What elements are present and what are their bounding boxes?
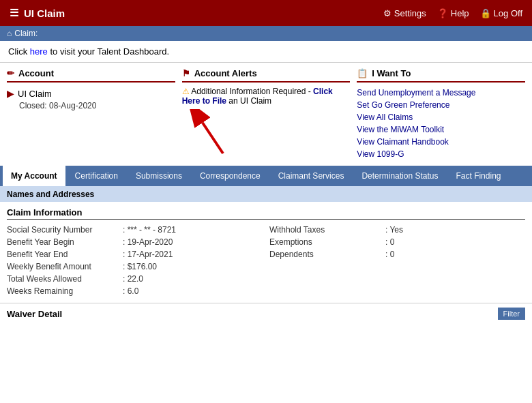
tab-determination-status[interactable]: Determination Status — [353, 166, 446, 186]
waiver-section: Waiver Detail Filter — [0, 303, 532, 323]
filter-button[interactable]: Filter — [498, 308, 525, 320]
info-row: Benefit Year Begin: 19-Apr-2020 — [7, 236, 263, 248]
info-label: Withhold Taxes — [269, 225, 385, 235]
tab-fact-finding[interactable]: Fact Finding — [447, 166, 509, 186]
info-row: Withhold Taxes: Yes — [269, 224, 525, 236]
sub-tabs-row: Names and Addresses — [0, 186, 532, 202]
dashboard-notice: Click here to visit your Talent Dashboar… — [0, 41, 532, 62]
alerts-header: ⚑ Account Alerts — [182, 68, 351, 83]
i-want-to-link[interactable]: Send Unemployment a Message — [357, 87, 525, 99]
expand-arrow-icon: ▶ — [7, 89, 14, 99]
i-want-to-link[interactable]: Set Go Green Preference — [357, 99, 525, 111]
breadcrumb-text: Claim: — [14, 29, 38, 38]
breadcrumb: ⌂ Claim: — [0, 26, 532, 41]
right-fields: Withhold Taxes: YesExemptions: 0Dependen… — [269, 224, 525, 297]
info-row: Weeks Remaining: 6.0 — [7, 285, 263, 297]
info-section: ✏ Account ▶ UI Claim Closed: 08-Aug-2020… — [0, 62, 532, 166]
info-row: Social Security Number: *** - ** - 8721 — [7, 224, 263, 236]
i-want-to-link[interactable]: View the MiWAM Toolkit — [357, 123, 525, 136]
claim-info-grid: Social Security Number: *** - ** - 8721B… — [7, 224, 525, 297]
i-want-to-link[interactable]: View All Claims — [357, 111, 525, 123]
info-row: Exemptions: 0 — [269, 236, 525, 248]
info-value: : 19-Apr-2020 — [123, 237, 173, 247]
flag-icon: ⚑ — [182, 68, 190, 78]
info-value: : Yes — [385, 225, 403, 235]
menu-icon[interactable]: ☰ — [10, 7, 18, 19]
app-header: ☰ UI Claim ⚙ Settings ❓ Help 🔒 Log Off — [0, 0, 532, 26]
info-value: : 0 — [385, 250, 394, 259]
info-label: Benefit Year End — [7, 250, 123, 259]
svg-line-1 — [203, 123, 223, 153]
i-want-to-links: Send Unemployment a MessageSet Go Green … — [357, 87, 525, 160]
info-label: Exemptions — [269, 237, 385, 247]
info-row: Benefit Year End: 17-Apr-2021 — [7, 248, 263, 260]
info-row: Total Weeks Allowed: 22.0 — [7, 273, 263, 285]
help-button[interactable]: ❓ Help — [437, 8, 469, 18]
app-title: UI Claim — [24, 8, 65, 19]
i-want-to-column: 📋 I Want To Send Unemployment a MessageS… — [357, 68, 525, 160]
clipboard-icon: 📋 — [357, 68, 368, 78]
claim-info-section: Claim Information Social Security Number… — [0, 202, 532, 303]
info-row: Weekly Benefit Amount: $176.00 — [7, 260, 263, 273]
info-value: : 0 — [385, 237, 394, 247]
warning-icon: ⚠ — [182, 87, 190, 96]
info-label: Benefit Year Begin — [7, 237, 123, 247]
info-label: Weeks Remaining — [7, 286, 123, 296]
tab-correspondence[interactable]: Correspondence — [192, 166, 269, 186]
settings-button[interactable]: ⚙ Settings — [383, 8, 426, 18]
info-label: Social Security Number — [7, 225, 123, 235]
left-fields: Social Security Number: *** - ** - 8721B… — [7, 224, 263, 297]
lock-icon: 🔒 — [480, 8, 491, 18]
tab-submissions[interactable]: Submissions — [128, 166, 190, 186]
red-arrow-svg — [182, 109, 264, 157]
gear-icon: ⚙ — [383, 8, 391, 18]
account-header: ✏ Account — [7, 68, 175, 83]
waiver-title: Waiver Detail — [7, 309, 62, 319]
logout-button[interactable]: 🔒 Log Off — [480, 8, 522, 18]
question-icon: ❓ — [437, 8, 448, 18]
edit-icon: ✏ — [7, 68, 14, 78]
i-want-to-link[interactable]: View 1099-G — [357, 148, 525, 160]
tab-my-account[interactable]: My Account — [3, 166, 65, 186]
ui-claim-item[interactable]: ▶ UI Claim — [7, 87, 175, 101]
alert-message: ⚠ Additional Information Required - Clic… — [182, 87, 351, 106]
info-value: : 22.0 — [123, 274, 143, 284]
talent-dashboard-link[interactable]: here — [30, 46, 48, 57]
i-want-to-link[interactable]: View Claimant Handbook — [357, 136, 525, 148]
alerts-column: ⚑ Account Alerts ⚠ Additional Informatio… — [182, 68, 351, 160]
info-value: : $176.00 — [123, 262, 157, 271]
info-value: : 6.0 — [123, 286, 138, 296]
info-label: Dependents — [269, 250, 385, 259]
header-brand: ☰ UI Claim — [10, 7, 65, 19]
tab-claimant-services[interactable]: Claimant Services — [270, 166, 353, 186]
main-tabs: My AccountCertificationSubmissionsCorres… — [0, 166, 532, 186]
claim-closed-date: Closed: 08-Aug-2020 — [7, 101, 175, 110]
account-column: ✏ Account ▶ UI Claim Closed: 08-Aug-2020 — [7, 68, 175, 160]
i-want-to-header: 📋 I Want To — [357, 68, 525, 83]
arrow-annotation — [182, 109, 351, 157]
info-value: : *** - ** - 8721 — [123, 225, 176, 235]
info-label: Total Weeks Allowed — [7, 274, 123, 284]
info-label: Weekly Benefit Amount — [7, 262, 123, 271]
header-actions: ⚙ Settings ❓ Help 🔒 Log Off — [383, 8, 522, 18]
info-value: : 17-Apr-2021 — [123, 250, 173, 259]
info-row: Dependents: 0 — [269, 248, 525, 260]
names-addresses-tab[interactable]: Names and Addresses — [7, 190, 94, 199]
tab-certification[interactable]: Certification — [67, 166, 126, 186]
home-icon[interactable]: ⌂ — [7, 29, 12, 38]
claim-info-header: Claim Information — [7, 207, 525, 220]
